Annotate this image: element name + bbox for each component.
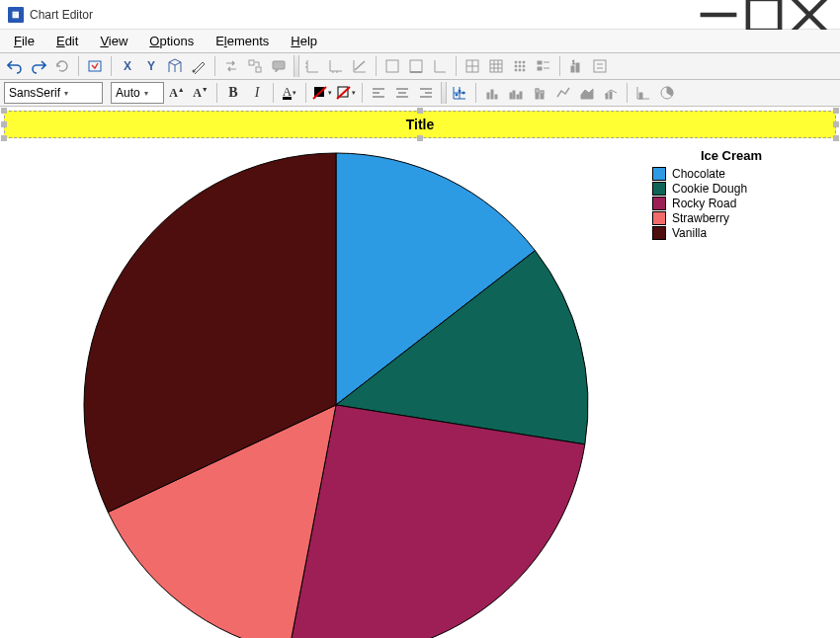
legend-item[interactable]: Rocky Road [652, 197, 810, 210]
grid-dots-icon[interactable] [509, 55, 531, 77]
goto-case-icon[interactable] [84, 55, 106, 77]
decrease-font-icon[interactable]: A▼ [190, 82, 211, 104]
menu-edit[interactable]: Edit [46, 30, 88, 52]
font-family-combo[interactable]: SansSerif ▾ [4, 82, 103, 104]
svg-rect-73 [513, 91, 515, 99]
y-axis-icon[interactable]: Y [140, 55, 162, 77]
italic-button[interactable]: I [246, 82, 268, 104]
legend-swatch [652, 226, 666, 240]
window-title: Chart Editor [30, 8, 93, 22]
legend-item[interactable]: Vanilla [652, 226, 810, 240]
chevron-down-icon: ▾ [144, 89, 148, 98]
menu-options[interactable]: Options [139, 30, 204, 52]
svg-rect-44 [576, 63, 579, 72]
chart-scatter-icon[interactable] [449, 82, 470, 104]
legend-label: Cookie Dough [672, 182, 747, 196]
svg-rect-71 [495, 95, 497, 99]
x-axis-icon[interactable]: X [117, 55, 138, 77]
svg-rect-69 [487, 93, 489, 99]
menu-view[interactable]: View [90, 30, 137, 52]
selection-handles [1, 108, 839, 141]
svg-rect-75 [520, 92, 522, 99]
svg-rect-6 [249, 60, 254, 65]
toolbar-format: SansSerif ▾ Auto ▾ A▲ A▼ B I A▾ ▾ ▾ [0, 80, 840, 107]
legend-item[interactable]: Cookie Dough [652, 182, 810, 196]
legend-swatch [652, 167, 666, 181]
legend-item[interactable]: Chocolate [652, 167, 810, 181]
chevron-down-icon: ▾ [64, 89, 68, 98]
svg-point-36 [515, 69, 517, 71]
svg-rect-20 [410, 60, 422, 72]
grid-minor-icon[interactable] [485, 55, 507, 77]
svg-rect-8 [273, 61, 285, 69]
legend[interactable]: Ice Cream ChocolateCookie DoughRocky Roa… [652, 148, 810, 241]
grid-major-icon[interactable] [462, 55, 483, 77]
svg-rect-4 [89, 61, 101, 71]
frame-outer-icon[interactable] [381, 55, 403, 77]
chart-line-icon[interactable] [552, 82, 574, 104]
menu-elements[interactable]: Elements [206, 30, 279, 52]
window-minimize-button[interactable] [696, 0, 741, 30]
font-size-combo[interactable]: Auto ▾ [111, 82, 164, 104]
window-close-button[interactable] [787, 0, 832, 30]
legend-item[interactable]: Strawberry [652, 211, 810, 225]
chart-mixed-icon[interactable] [600, 82, 622, 104]
svg-point-31 [519, 61, 521, 63]
border-color-button[interactable]: ▾ [335, 82, 357, 104]
pie-slice[interactable] [289, 405, 585, 638]
increase-font-icon[interactable]: A▲ [166, 82, 188, 104]
chart-hist-icon[interactable] [632, 82, 654, 104]
font-family-value: SansSerif [9, 86, 60, 100]
window-maximize-button[interactable] [741, 0, 787, 30]
menu-help[interactable]: Help [281, 30, 327, 52]
svg-point-32 [523, 61, 525, 63]
svg-rect-25 [490, 60, 502, 72]
fit-line-icon[interactable] [349, 55, 371, 77]
3d-rotate-icon[interactable] [164, 55, 186, 77]
svg-rect-7 [256, 67, 261, 72]
svg-rect-43 [571, 66, 574, 72]
svg-rect-82 [639, 93, 642, 99]
legend-icon[interactable] [533, 55, 554, 77]
transpose-icon[interactable] [244, 55, 266, 77]
bold-button[interactable]: B [222, 82, 244, 104]
frame-inner-icon[interactable] [405, 55, 427, 77]
refresh-icon[interactable] [51, 55, 73, 77]
swap-axes-icon[interactable] [220, 55, 242, 77]
chart-bar-clustered-icon[interactable] [505, 82, 527, 104]
legend-label: Rocky Road [672, 197, 736, 210]
legend-label: Chocolate [672, 167, 725, 181]
chart-area-icon[interactable] [576, 82, 598, 104]
frame-l-icon[interactable] [429, 55, 451, 77]
legend-label: Vanilla [672, 226, 707, 240]
svg-point-64 [456, 94, 458, 96]
menu-file[interactable]: File [4, 30, 44, 52]
chart-canvas[interactable]: Title Ice Cream ChocolateCookie DoughRoc… [0, 107, 840, 638]
svg-rect-72 [510, 93, 512, 99]
align-center-icon[interactable] [391, 82, 413, 104]
chart-bar-stacked-icon[interactable] [529, 82, 550, 104]
undo-icon[interactable] [4, 55, 26, 77]
axis-left-icon[interactable] [301, 55, 323, 77]
chart-bar-icon[interactable] [481, 82, 503, 104]
toolbar-grip [441, 82, 447, 104]
legend-swatch [652, 197, 666, 210]
align-left-icon[interactable] [368, 82, 389, 104]
svg-rect-40 [538, 67, 542, 70]
comment-icon[interactable] [268, 55, 290, 77]
edit-points-icon[interactable] [188, 55, 210, 77]
axis-bottom-icon[interactable] [325, 55, 347, 77]
fill-color-button[interactable]: ▾ [311, 82, 333, 104]
svg-rect-19 [386, 60, 398, 72]
pie-chart[interactable] [79, 148, 593, 638]
svg-rect-77 [536, 89, 539, 93]
value-labels-icon[interactable] [589, 55, 611, 77]
align-right-icon[interactable] [415, 82, 437, 104]
chart-pie-icon[interactable] [656, 82, 678, 104]
chart-title-frame[interactable]: Title [4, 111, 836, 138]
data-labels-icon[interactable]: 1 [565, 55, 587, 77]
svg-rect-80 [606, 94, 608, 99]
font-color-button[interactable]: A▾ [279, 82, 300, 104]
window-titlebar: ▦ Chart Editor [0, 0, 840, 30]
redo-icon[interactable] [28, 55, 49, 77]
